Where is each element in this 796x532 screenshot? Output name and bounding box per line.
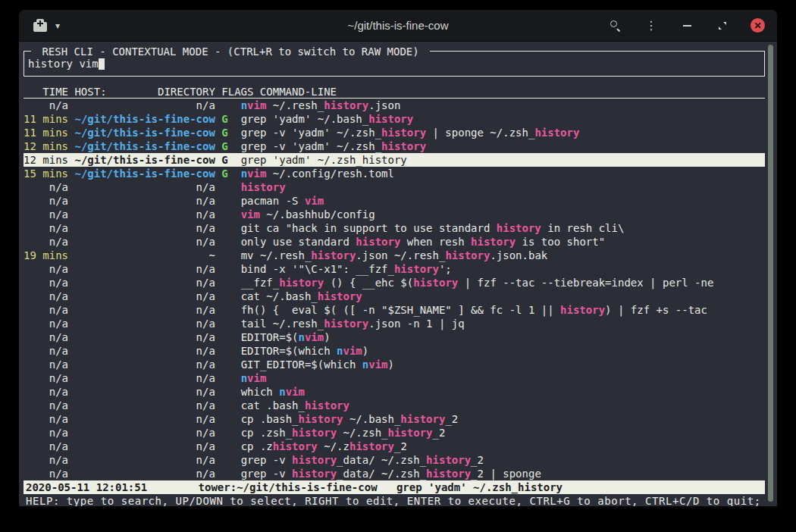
status-bar: 2020-05-11 12:01:51tower:~/git/this-is-f… (24, 480, 765, 494)
text-cursor (99, 58, 105, 70)
history-row[interactable]: n/a n/a fh() { eval $( ([ -n "$ZSH_NAME"… (24, 303, 765, 317)
history-row[interactable]: n/a n/a grep -v history_data/ ~/.zsh_his… (24, 453, 765, 467)
menu-button[interactable]: ⋮ (644, 18, 659, 33)
status-host-dir: tower:~/git/this-is-fine-cow (199, 481, 378, 493)
history-row[interactable]: 12 mins ~/git/this-is-fine-cow G grep -v… (24, 139, 765, 153)
history-row[interactable]: n/a n/a cat ~/.bash_history (24, 289, 765, 303)
history-row[interactable]: n/a n/a git ca "hack in support to use s… (24, 221, 765, 235)
history-row[interactable]: 19 mins ~ mv ~/.resh_history.json ~/.res… (24, 249, 765, 262)
history-row[interactable]: n/a n/a which nvim (24, 385, 765, 399)
history-row[interactable]: n/a n/a pacman -S vim (24, 194, 765, 208)
status-timestamp: 2020-05-11 12:01:51 (26, 481, 147, 493)
restore-icon (718, 21, 727, 30)
minimize-icon (683, 25, 691, 27)
history-row[interactable]: n/a n/a tail ~/.resh_history.json -n 1 |… (24, 317, 765, 330)
minimize-button[interactable] (679, 18, 694, 33)
history-row[interactable]: n/a n/a __fzf_history () { __ehc $(histo… (24, 276, 765, 289)
history-row[interactable]: n/a n/a GIT_EDITOR=$(which nvim) (24, 358, 765, 371)
history-row[interactable]: 11 mins ~/git/this-is-fine-cow G grep 'y… (24, 112, 765, 126)
restore-button[interactable] (715, 18, 730, 33)
search-button[interactable] (608, 18, 623, 33)
history-row[interactable]: 15 mins ~/git/this-is-fine-cow G nvim ~/… (24, 167, 765, 180)
close-icon: ✕ (754, 20, 761, 31)
terminal-window: ▾ ~/git/this-is-fine-cow ⋮ (19, 10, 777, 506)
terminal-content: RESH CLI - CONTEXTUAL MODE - (CTRL+R to … (19, 42, 777, 506)
history-list: TIME HOST: DIRECTORY FLAGS COMMAND-LINE … (24, 85, 765, 480)
status-command: grep 'yadm' ~/.zsh_history (396, 481, 563, 493)
history-row[interactable]: n/a n/a cp .zsh_history ~/.zsh_history_2 (24, 426, 765, 440)
resh-mode-title: RESH CLI - CONTEXTUAL MODE - (CTRL+R to … (31, 45, 430, 58)
kebab-menu-icon: ⋮ (645, 20, 657, 32)
history-row[interactable]: n/a n/a cp .zhistory ~/.zhistory_2 (24, 440, 765, 453)
history-row[interactable]: n/a n/a EDITOR=$(nvim) (24, 330, 765, 344)
history-row[interactable]: n/a n/a EDITOR=$(which nvim) (24, 344, 765, 358)
search-icon (610, 20, 621, 31)
history-row[interactable]: n/a n/a cp .bash_history ~/.bash_history… (24, 412, 765, 426)
resh-search-box: RESH CLI - CONTEXTUAL MODE - (CTRL+R to … (24, 51, 765, 77)
history-row[interactable]: 11 mins ~/git/this-is-fine-cow G grep -v… (24, 126, 765, 139)
scrollbar-thumb[interactable] (768, 45, 773, 502)
close-button[interactable]: ✕ (751, 18, 765, 33)
history-row[interactable]: n/a n/a grep -v history_data/ ~/.zsh_his… (24, 467, 765, 480)
history-row[interactable]: n/a n/a nvim ~/.resh_history.json (24, 99, 765, 112)
titlebar: ▾ ~/git/this-is-fine-cow ⋮ (19, 10, 777, 42)
history-row[interactable]: n/a n/a history (24, 180, 765, 194)
history-row[interactable]: n/a n/a cat .bash_history (24, 399, 765, 412)
history-row[interactable]: 12 mins ~/git/this-is-fine-cow G grep 'y… (24, 153, 765, 167)
history-row[interactable]: n/a n/a only use standard history when r… (24, 235, 765, 249)
table-header: TIME HOST: DIRECTORY FLAGS COMMAND-LINE (24, 85, 765, 99)
help-line: HELP: type to search, UP/DOWN to select,… (24, 494, 765, 506)
history-row[interactable]: n/a n/a nvim (24, 371, 765, 385)
search-query: history vim (28, 58, 99, 70)
history-row[interactable]: n/a n/a bind -x '"\C-x1": __fzf_history'… (24, 262, 765, 276)
history-row[interactable]: n/a n/a vim ~/.bashhub/config (24, 208, 765, 221)
